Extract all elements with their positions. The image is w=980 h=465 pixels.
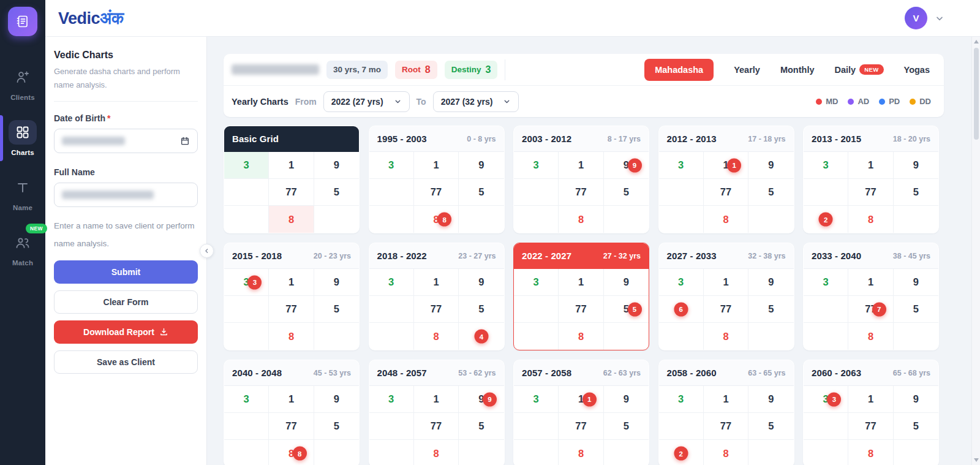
cell-value: 5: [768, 420, 774, 432]
cell-value: 9: [624, 276, 629, 288]
cell-value: 77: [431, 303, 442, 315]
grid-cell: [514, 323, 559, 350]
legend-label: PD: [889, 97, 900, 106]
grid-cell: 3: [804, 269, 848, 296]
dasha-card[interactable]: 2015 - 201820 - 23 yrs33197758: [224, 243, 360, 350]
dasha-card[interactable]: 2013 - 201518 - 20 yrs31977528: [803, 126, 939, 233]
card-header: 2015 - 201820 - 23 yrs: [224, 243, 359, 269]
grid-cell: 9: [894, 152, 938, 179]
card-age-range: 27 - 32 yrs: [603, 252, 641, 260]
dasha-card[interactable]: 2048 - 205753 - 62 yrs31997758: [369, 360, 505, 465]
form-panel: Vedic Charts Generate dasha charts and p…: [45, 37, 207, 465]
card-grid: 31197758: [659, 152, 794, 233]
grid-cell: 8: [269, 206, 314, 233]
clear-form-button[interactable]: Clear Form: [54, 290, 198, 314]
cell-value: 3: [388, 276, 394, 288]
calendar-icon[interactable]: [180, 136, 190, 146]
sidebar-item-label: Match: [12, 259, 33, 267]
tab-monthly[interactable]: Monthly: [780, 65, 815, 75]
card-title: 2060 - 2063: [812, 368, 861, 378]
dasha-card[interactable]: 2027 - 203332 - 38 yrs31967758: [658, 243, 794, 350]
grid-cell: 5: [748, 413, 793, 440]
grid-cell: 77: [414, 179, 459, 206]
cell-value: 9: [334, 276, 339, 288]
grid-cell: 99: [459, 386, 503, 413]
board: 30 yrs, 7 mo Root8 Destiny3 MahadashaYea…: [224, 54, 944, 465]
sidebar-iconwrap: [9, 175, 37, 200]
grid-cell: [804, 323, 848, 350]
grid-cell: [748, 440, 793, 465]
sidebar-nav: ClientsChartsNameNEWMatch: [0, 62, 45, 270]
app-logo-button[interactable]: [8, 7, 37, 36]
card-header: 2027 - 203332 - 38 yrs: [659, 243, 794, 269]
submit-button[interactable]: Submit: [54, 260, 198, 284]
new-badge: NEW: [26, 224, 47, 233]
cell-value: 9: [624, 393, 629, 405]
grid-cell: [314, 440, 359, 465]
scrollbar-thumb[interactable]: [974, 48, 979, 140]
dasha-card[interactable]: 2003 - 20128 - 17 yrs31997758: [513, 126, 649, 233]
card-title: Basic Grid: [232, 134, 279, 144]
from-label: From: [295, 97, 317, 107]
tab-mahadasha[interactable]: Mahadasha: [644, 59, 714, 81]
chevron-down-icon[interactable]: [935, 13, 944, 23]
cell-value: 9: [334, 159, 339, 171]
from-year-select[interactable]: 2022 (27 yrs): [323, 91, 410, 112]
to-year-select[interactable]: 2027 (32 yrs): [433, 91, 519, 112]
card-header: 2033 - 204038 - 45 yrs: [804, 243, 938, 269]
grid-cell: [314, 323, 359, 350]
full-name-input[interactable]: [54, 183, 198, 207]
grid-cell: 9: [604, 386, 649, 413]
download-report-button[interactable]: Download Report: [54, 320, 198, 344]
save-as-client-button[interactable]: Save as Client: [54, 350, 198, 374]
dasha-card[interactable]: 2022 - 202727 - 32 yrs31977558: [513, 243, 649, 350]
dasha-card[interactable]: 2057 - 205862 - 63 yrs31197758: [513, 360, 649, 465]
dasha-card[interactable]: 2060 - 206365 - 68 yrs33197758: [803, 360, 939, 465]
grid-cell: 3: [659, 386, 704, 413]
grid-cell: [459, 440, 503, 465]
full-name-label: Full Name: [54, 167, 198, 177]
card-grid: 33197758: [804, 386, 938, 465]
dasha-card[interactable]: 2033 - 204038 - 45 yrs31977758: [803, 243, 939, 350]
dob-input[interactable]: [54, 129, 198, 153]
grid-cell: 11: [704, 152, 748, 179]
collapse-panel-button[interactable]: [200, 244, 214, 258]
dasha-card[interactable]: 2058 - 206063 - 65 yrs31977528: [658, 360, 794, 465]
scroll-down-arrow[interactable]: [974, 458, 979, 462]
sidebar-item-match[interactable]: NEWMatch: [0, 227, 45, 270]
tab-daily[interactable]: DailyNEW: [835, 64, 884, 75]
sidebar-iconwrap: [9, 65, 37, 89]
dasha-card[interactable]: 2040 - 204845 - 53 yrs31977588: [224, 360, 360, 465]
scrollbar[interactable]: [971, 37, 980, 465]
dasha-card[interactable]: 2018 - 202223 - 27 yrs31977584: [369, 243, 505, 350]
cell-value: 77: [285, 420, 296, 432]
grid-cell: [604, 323, 649, 350]
card-age-range: 53 - 62 yrs: [458, 369, 496, 377]
cell-value: 77: [865, 420, 876, 432]
tab-yogas[interactable]: Yogas: [904, 65, 930, 75]
dasha-card[interactable]: 1995 - 20030 - 8 yrs31977588: [369, 126, 505, 233]
cell-value: 1: [288, 276, 294, 288]
cell-value: 1: [433, 159, 439, 171]
sidebar-item-name[interactable]: Name: [0, 172, 45, 214]
card-title: 2057 - 2058: [522, 368, 571, 378]
tab-yearly[interactable]: Yearly: [734, 65, 760, 75]
dasha-card[interactable]: 2012 - 201317 - 18 yrs31197758: [658, 126, 794, 233]
sidebar-iconwrap: [9, 120, 37, 145]
redacted-name-value: [62, 191, 154, 199]
grid-cell: [804, 413, 848, 440]
person-add-icon: [9, 65, 37, 89]
cell-value: 9: [768, 159, 774, 171]
grid-cell: [369, 206, 414, 233]
to-label: To: [417, 97, 426, 107]
md-badge: 5: [628, 302, 642, 316]
grid-cell: [514, 440, 559, 465]
sidebar-item-clients[interactable]: Clients: [0, 62, 45, 104]
scroll-up-arrow[interactable]: [974, 40, 979, 43]
grid-cell: 1: [269, 269, 314, 296]
md-badge: 9: [628, 158, 642, 172]
avatar[interactable]: V: [905, 7, 927, 29]
cell-value: 77: [720, 186, 731, 198]
grid-cell: 1: [704, 269, 748, 296]
sidebar-item-charts[interactable]: Charts: [0, 117, 45, 159]
